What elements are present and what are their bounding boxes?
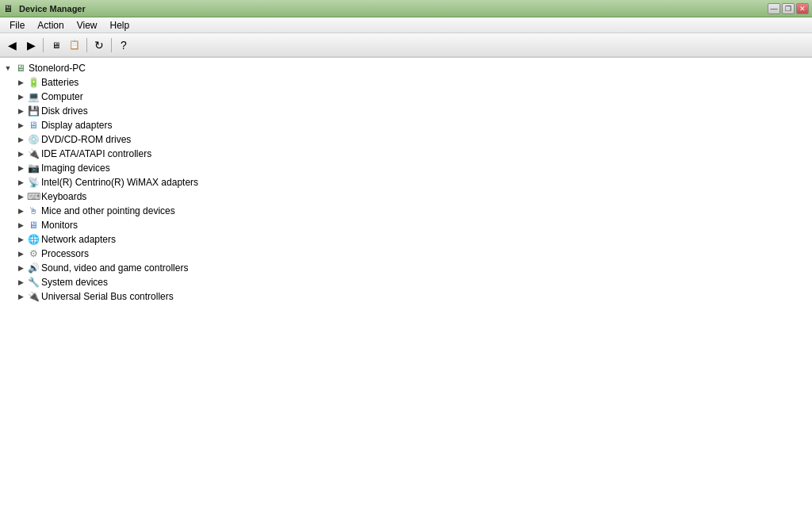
toolbar-separator-1	[43, 38, 44, 52]
expand-icon: ▶	[16, 149, 25, 159]
title-bar: 🖥 Device Manager — ❐ ✕	[0, 0, 812, 17]
device-label: Network adapters	[41, 234, 116, 245]
device-icon: 🌐	[27, 233, 40, 246]
expand-icon: ▶	[16, 78, 25, 87]
device-label: Keyboards	[41, 191, 86, 202]
device-icon: 🖱	[27, 205, 40, 217]
device-button[interactable]: 🖥	[47, 36, 64, 54]
tree-item[interactable]: ▶📡Intel(R) Centrino(R) WiMAX adapters	[13, 175, 812, 189]
properties-button[interactable]: 📋	[66, 36, 83, 54]
tree-item[interactable]: ▶⚙Processors	[13, 247, 812, 261]
expand-icon: ▶	[16, 135, 25, 144]
device-icon: 🔋	[27, 76, 40, 89]
refresh-button[interactable]: ↻	[90, 36, 108, 54]
device-tree: ▼ 🖥 Stonelord-PC ▶🔋Batteries▶💻Computer▶💾…	[0, 58, 812, 307]
device-icon: 💾	[27, 105, 40, 117]
device-icon: 📷	[27, 162, 40, 174]
tree-item[interactable]: ▶💻Computer	[13, 90, 812, 104]
expand-icon: ▶	[16, 163, 25, 173]
device-label: Mice and other pointing devices	[41, 205, 175, 216]
tree-item[interactable]: ▶⌨Keyboards	[13, 189, 812, 204]
device-icon: 🔌	[27, 147, 40, 160]
device-icon: 💿	[27, 133, 40, 146]
device-label: Processors	[41, 248, 89, 259]
window-title: Device Manager	[16, 4, 86, 13]
tree-item[interactable]: ▶🔌IDE ATA/ATAPI controllers	[13, 147, 812, 161]
device-icon: 🖥	[27, 219, 40, 232]
device-icon: 📡	[27, 176, 40, 189]
tree-item[interactable]: ▶🖥Display adapters	[13, 118, 812, 132]
title-controls: — ❐ ✕	[768, 3, 809, 14]
device-label: Monitors	[41, 220, 78, 231]
help-button[interactable]: ?	[115, 36, 132, 54]
device-label: Disk drives	[41, 105, 88, 117]
expand-icon: ▶	[16, 106, 25, 116]
device-label: Display adapters	[41, 120, 112, 131]
expand-icon: ▶	[16, 220, 25, 230]
device-label: Sound, video and game controllers	[41, 262, 188, 274]
root-expand-icon: ▼	[3, 63, 13, 73]
tree-item[interactable]: ▶🔊Sound, video and game controllers	[13, 261, 812, 275]
toolbar: ◀ ▶ 🖥 📋 ↻ ?	[0, 33, 812, 57]
device-icon: 🔧	[27, 276, 40, 289]
expand-icon: ▶	[16, 263, 25, 273]
tree-item[interactable]: ▶📷Imaging devices	[13, 161, 812, 175]
device-icon: ⌨	[27, 190, 40, 203]
root-icon: 🖥	[14, 62, 27, 75]
expand-icon: ▶	[16, 192, 25, 201]
device-icon: 💻	[27, 90, 40, 103]
expand-icon: ▶	[16, 277, 25, 287]
expand-icon: ▶	[16, 92, 25, 101]
minimize-button[interactable]: —	[768, 3, 780, 14]
expand-icon: ▶	[16, 121, 25, 130]
tree-item[interactable]: ▶🔧System devices	[13, 275, 812, 289]
expand-icon: ▶	[16, 178, 25, 187]
device-icon: 🔌	[27, 290, 40, 303]
close-button[interactable]: ✕	[796, 3, 809, 14]
device-label: Universal Serial Bus controllers	[41, 291, 174, 302]
toolbar-separator-3	[111, 38, 112, 52]
expand-icon: ▶	[16, 206, 25, 216]
expand-icon: ▶	[16, 292, 25, 301]
device-label: DVD/CD-ROM drives	[41, 134, 131, 145]
menu-bar: File Action View Help	[0, 17, 812, 33]
menu-view[interactable]: View	[71, 18, 104, 33]
device-label: IDE ATA/ATAPI controllers	[41, 148, 151, 159]
tree-children: ▶🔋Batteries▶💻Computer▶💾Disk drives▶🖥Disp…	[0, 75, 812, 304]
expand-icon: ▶	[16, 249, 25, 258]
forward-button[interactable]: ▶	[22, 36, 40, 54]
back-button[interactable]: ◀	[3, 36, 21, 54]
device-icon: 🔊	[27, 262, 40, 274]
device-label: Batteries	[41, 77, 79, 88]
tree-root-item[interactable]: ▼ 🖥 Stonelord-PC	[0, 61, 812, 75]
device-label: Computer	[41, 91, 83, 102]
menu-help[interactable]: Help	[104, 18, 136, 33]
device-label: Intel(R) Centrino(R) WiMAX adapters	[41, 177, 198, 188]
tree-item[interactable]: ▶🖥Monitors	[13, 218, 812, 232]
expand-icon: ▶	[16, 235, 25, 244]
menu-action[interactable]: Action	[31, 18, 70, 33]
main-content: ▼ 🖥 Stonelord-PC ▶🔋Batteries▶💻Computer▶💾…	[0, 57, 812, 509]
toolbar-separator-2	[86, 38, 87, 52]
tree-item[interactable]: ▶🔋Batteries	[13, 75, 812, 90]
device-icon: ⚙	[27, 247, 40, 260]
device-icon: 🖥	[27, 119, 40, 132]
tree-item[interactable]: ▶🖱Mice and other pointing devices	[13, 204, 812, 218]
tree-item[interactable]: ▶🌐Network adapters	[13, 232, 812, 247]
device-label: System devices	[41, 277, 108, 288]
restore-button[interactable]: ❐	[782, 3, 795, 14]
root-label: Stonelord-PC	[29, 63, 86, 74]
menu-file[interactable]: File	[3, 18, 31, 33]
tree-item[interactable]: ▶💾Disk drives	[13, 104, 812, 118]
tree-item[interactable]: ▶🔌Universal Serial Bus controllers	[13, 289, 812, 304]
tree-item[interactable]: ▶💿DVD/CD-ROM drives	[13, 132, 812, 147]
device-label: Imaging devices	[41, 163, 110, 174]
